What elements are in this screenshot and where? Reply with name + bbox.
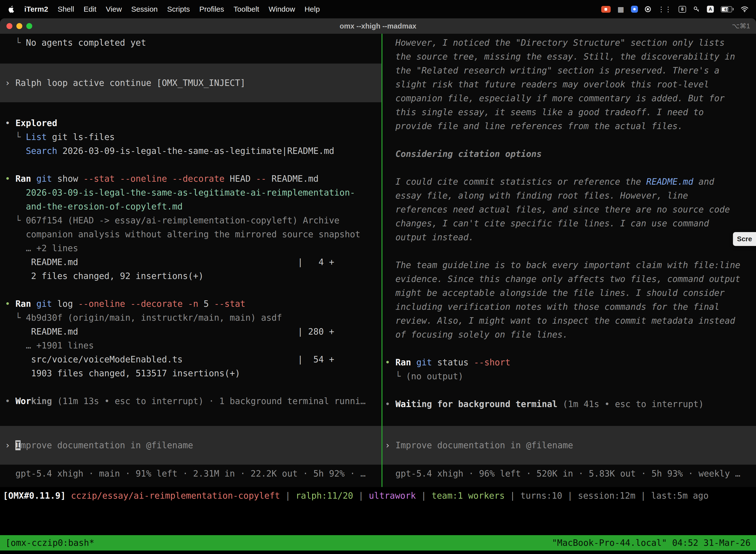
text-segment: … +1901 lines <box>5 340 94 350</box>
zoom-button[interactable] <box>26 23 32 29</box>
menu-shell[interactable]: Shell <box>58 5 74 13</box>
menu-edit[interactable]: Edit <box>83 5 97 13</box>
text-segment: the source tree, missing the essay. Stil… <box>385 52 735 62</box>
prompt-input[interactable]: › Improve documentation in @filename <box>382 426 756 465</box>
screen-popup[interactable]: Scre <box>733 232 756 246</box>
terminal-line: README.md | 4 + <box>0 255 381 269</box>
terminal-line: and-the-erosion-of-copyleft.md <box>0 200 381 214</box>
terminal-line: provide file and line references from th… <box>382 119 756 133</box>
round-app-icon[interactable] <box>645 6 651 12</box>
text-segment: • <box>5 118 15 128</box>
grid-icon[interactable]: ▦ <box>618 5 624 13</box>
text-segment: | <box>416 491 432 501</box>
text-segment: -n <box>188 299 198 309</box>
menu-app-name[interactable]: iTerm2 <box>24 5 48 13</box>
battery-icon[interactable]: 61 <box>721 6 734 12</box>
branch-name: cczip/essay/ai-reimplementation-copyleft <box>71 491 280 501</box>
text-segment: essay file, along with finding root file… <box>385 190 688 201</box>
input-source-icon[interactable]: A <box>707 6 714 13</box>
terminal-line: └ 067f154 (HEAD -> essay/ai-reimplementa… <box>0 214 381 227</box>
text-segment: └ <box>5 215 26 225</box>
terminal-line: 1903 files changed, 513517 insertions(+) <box>0 366 381 380</box>
terminal-line: └ 4b9d30f (origin/main, instructkr/main,… <box>0 311 381 325</box>
text-segment: • <box>385 357 395 367</box>
text-segment <box>411 357 416 367</box>
window-shortcut: ⌥⌘1 <box>732 22 750 30</box>
menu-window[interactable]: Window <box>269 5 295 13</box>
menu-toolbelt[interactable]: Toolbelt <box>234 5 259 13</box>
pane-left-scrollback: └ No agents completed yet› Ralph loop ac… <box>0 36 381 408</box>
prompt-chevron: › <box>5 440 15 450</box>
close-button[interactable] <box>6 23 12 29</box>
text-segment: README.md | 280 + <box>5 327 334 337</box>
tmux-host-time: "MacBook-Pro-44.local" 04:52 31-Mar-26 <box>552 538 751 548</box>
text-segment: Wor <box>15 396 31 406</box>
terminal-line: └ No agents completed yet <box>0 36 381 50</box>
text-segment: and <box>693 177 714 187</box>
record-dot-icon <box>605 8 607 11</box>
menu-session[interactable]: Session <box>131 5 158 13</box>
text-segment: --stat <box>214 299 245 309</box>
text-segment: README.md <box>646 177 693 187</box>
tmux-session-window[interactable]: [omx-cczip0:bash* <box>5 538 94 548</box>
menu-items: ShellEditViewSessionScriptsProfilesToolb… <box>58 5 320 13</box>
menu-profiles[interactable]: Profiles <box>199 5 224 13</box>
keys-icon[interactable] <box>693 6 700 13</box>
text-segment: and-the-erosion-of-copyleft.md <box>5 202 183 212</box>
pane-left[interactable]: └ No agents completed yet› Ralph loop ac… <box>0 34 381 487</box>
text-segment: git <box>36 174 52 184</box>
terminal-line: I could cite commit statistics or refere… <box>382 175 756 189</box>
text-segment: --short <box>474 357 510 367</box>
text-segment: gpt-5.4 xhigh · main · 91% left · 2.31M … <box>5 468 366 479</box>
text-segment: 1903 files changed, 513517 insertions(+) <box>5 368 240 378</box>
text-segment: gpt-5.4 xhigh · 96% left · 520K in · 5.8… <box>385 468 740 479</box>
placeholder-text: mprove documentation in @filename <box>20 440 193 450</box>
menu-view[interactable]: View <box>106 5 122 13</box>
text-segment: Search <box>5 146 57 156</box>
pane-right-bottom: › Improve documentation in @filename gpt… <box>382 426 756 487</box>
text-segment: The team guideline is to back every impo… <box>385 260 740 270</box>
model-status-line: gpt-5.4 xhigh · main · 91% left · 2.31M … <box>0 466 381 481</box>
terminal-line: However, I noticed the "Directory Struct… <box>382 36 756 50</box>
text-segment: ting for background terminal <box>411 399 557 409</box>
numbered-key-icon[interactable]: 8 <box>679 6 686 13</box>
text-segment: companion file, especially if more comme… <box>385 93 725 103</box>
text-segment: including verification notes with those … <box>385 302 719 312</box>
prompt-input[interactable]: › Improve documentation in @filename <box>0 426 381 465</box>
menu-help[interactable]: Help <box>305 5 320 13</box>
pane-right[interactable]: However, I noticed the "Directory Struct… <box>382 34 756 487</box>
text-segment: • <box>385 399 395 409</box>
text-segment: log <box>52 299 78 309</box>
text-segment: show <box>52 174 83 184</box>
apple-menu-icon[interactable] <box>7 5 15 13</box>
bottom-spacer <box>0 504 756 535</box>
terminal-line: • Ran git show --stat --oneline --decora… <box>0 172 381 186</box>
pane-right-scrollback: However, I noticed the "Directory Struct… <box>382 36 756 411</box>
text-segment: Ran <box>15 299 31 309</box>
terminal-line: • Explored <box>0 116 381 130</box>
text-segment: -- <box>256 174 266 184</box>
placeholder-text: Improve documentation in @filename <box>395 440 573 450</box>
menu-scripts[interactable]: Scripts <box>167 5 190 13</box>
minimize-button[interactable] <box>16 23 22 29</box>
battery-tip <box>733 8 734 10</box>
menubar-left: iTerm2 ShellEditViewSessionScriptsProfil… <box>7 5 320 13</box>
window-title: omx --xhigh --madmax <box>339 22 416 30</box>
text-segment: | <box>505 491 520 501</box>
terminal-line: 2 files changed, 92 insertions(+) <box>0 269 381 283</box>
text-segment: └ <box>385 371 406 381</box>
terminal-line: this single essay, it seems like a good … <box>382 105 756 119</box>
wifi-icon[interactable] <box>741 6 749 12</box>
screen-recording-icon[interactable] <box>601 6 611 13</box>
injected-command[interactable]: › Ralph loop active continue [OMX_TMUX_I… <box>0 63 381 102</box>
blue-app-icon[interactable] <box>631 6 638 13</box>
omx-status-bar: [OMX#0.11.9] cczip/essay/ai-reimplementa… <box>0 487 756 504</box>
text-segment: README.md <box>266 174 319 184</box>
text-segment: 2 files changed, 92 insertions(+) <box>5 271 204 281</box>
dots-grid-icon[interactable]: ⋮⋮ <box>658 5 672 13</box>
menubar: iTerm2 ShellEditViewSessionScriptsProfil… <box>0 0 756 18</box>
text-segment: └ <box>5 38 26 48</box>
terminal-line: essay file, along with finding root file… <box>382 189 756 203</box>
terminal-line: The team guideline is to back every impo… <box>382 258 756 272</box>
text-segment: Wai <box>395 399 411 409</box>
